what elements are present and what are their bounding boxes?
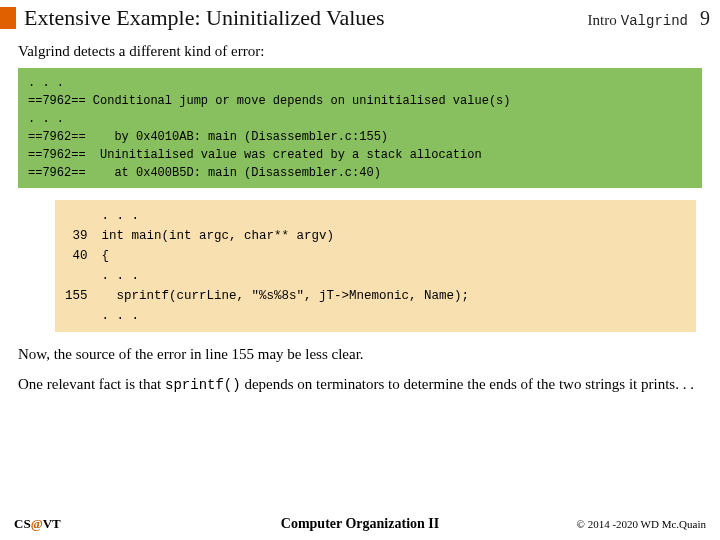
slide-header-right: Intro Valgrind 9 bbox=[588, 7, 710, 30]
slide-title: Extensive Example: Uninitialized Values bbox=[24, 5, 588, 31]
page-number: 9 bbox=[700, 7, 710, 30]
code-content: . . . int main(int argc, char** argv) { … bbox=[102, 206, 470, 326]
code-line-numbers: 39 40 155 bbox=[65, 206, 102, 326]
footer-at: @ bbox=[31, 516, 43, 531]
slide-header: Extensive Example: Uninitialized Values … bbox=[0, 0, 720, 33]
orange-bullet-icon bbox=[0, 7, 16, 29]
header-right-mono: Valgrind bbox=[621, 13, 688, 29]
footer-center: Computer Organization II bbox=[281, 516, 439, 532]
footer-right: © 2014 -2020 WD Mc.Quain bbox=[577, 518, 706, 530]
intro-text: Valgrind detects a different kind of err… bbox=[18, 43, 702, 60]
source-code-block: 39 40 155 . . . int main(int argc, char*… bbox=[55, 200, 696, 332]
footer-cs: CS bbox=[14, 516, 31, 531]
footer-left: CS@VT bbox=[14, 516, 61, 532]
footer-vt: VT bbox=[43, 516, 61, 531]
para2-prefix: One relevant fact is that bbox=[18, 376, 165, 392]
valgrind-output-block: . . . ==7962== Conditional jump or move … bbox=[18, 68, 702, 188]
paragraph-1: Now, the source of the error in line 155… bbox=[18, 344, 702, 364]
paragraph-2: One relevant fact is that sprintf() depe… bbox=[18, 374, 702, 395]
para2-suffix: depends on terminators to determine the … bbox=[241, 376, 694, 392]
para2-monospace: sprintf() bbox=[165, 377, 241, 393]
header-right-label: Intro bbox=[588, 12, 617, 29]
slide-footer: CS@VT Computer Organization II © 2014 -2… bbox=[0, 516, 720, 532]
